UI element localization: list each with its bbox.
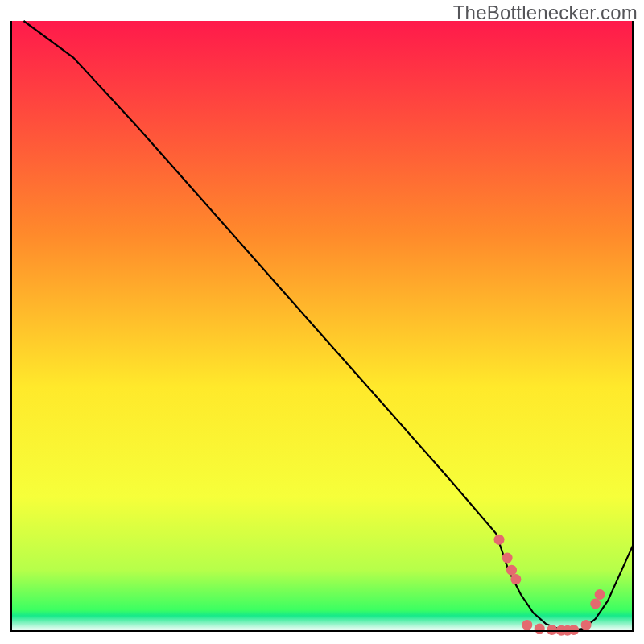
marker-dot [535,624,545,634]
marker-dot [494,535,505,545]
marker-dot [502,553,513,564]
marker-dot [547,625,557,635]
marker-dot [568,625,579,635]
marker-dot [522,620,532,630]
marker-dot [581,620,592,630]
marker-dot [510,574,521,584]
chart-canvas: TheBottlenecker.com [0,0,644,644]
plot-background [11,21,633,631]
marker-dot [590,598,601,609]
marker-dot [506,565,517,576]
chart-svg [0,0,644,644]
watermark-text: TheBottlenecker.com [453,2,638,24]
marker-dot [595,589,605,600]
